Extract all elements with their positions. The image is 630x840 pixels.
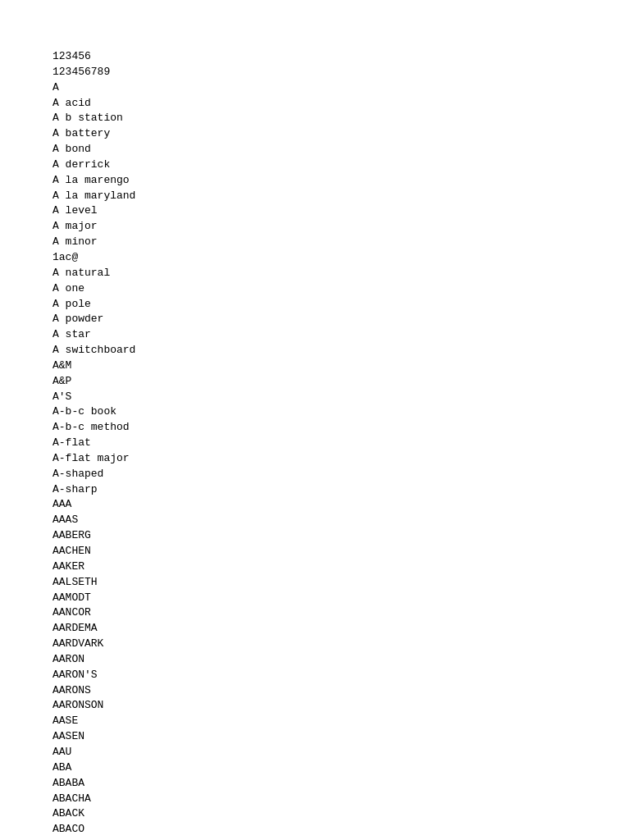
- list-item: A: [52, 80, 578, 96]
- list-item: ABACHA: [52, 792, 578, 807]
- list-item: AAU: [52, 745, 578, 760]
- list-item: A b station: [52, 111, 578, 126]
- list-item: A derrick: [52, 158, 578, 173]
- list-item: A pole: [52, 297, 578, 313]
- list-item: A-flat: [52, 436, 578, 451]
- list-item: AABERG: [52, 528, 578, 544]
- list-item: A acid: [52, 96, 578, 112]
- list-item: A major: [52, 219, 578, 235]
- list-item: AASE: [52, 714, 578, 729]
- list-item: AARONS: [52, 683, 578, 699]
- list-item: A battery: [52, 126, 578, 142]
- list-item: A-b-c book: [52, 404, 578, 420]
- list-item: A natural: [52, 266, 578, 281]
- list-item: AASEN: [52, 729, 578, 745]
- list-item: 123456789: [52, 65, 578, 80]
- list-item: A one: [52, 281, 578, 297]
- list-item: A la marengo: [52, 173, 578, 189]
- list-item: ABA: [52, 760, 578, 776]
- list-item: AAMODT: [52, 591, 578, 606]
- list-item: A-b-c method: [52, 420, 578, 436]
- list-item: A bond: [52, 142, 578, 158]
- list-item: 123456: [52, 49, 578, 65]
- list-item: A star: [52, 327, 578, 343]
- list-item: A-shaped: [52, 467, 578, 482]
- list-item: AAKER: [52, 559, 578, 575]
- list-item: AAAS: [52, 513, 578, 528]
- list-item: ABACO: [52, 822, 578, 838]
- list-item: AARDEMA: [52, 621, 578, 637]
- list-item: A-flat major: [52, 451, 578, 467]
- list-item: A powder: [52, 312, 578, 327]
- list-item: ABABA: [52, 776, 578, 792]
- list-item: ABACK: [52, 806, 578, 822]
- list-item: AARDVARK: [52, 637, 578, 652]
- list-item: A la maryland: [52, 189, 578, 204]
- list-item: A minor: [52, 235, 578, 250]
- list-item: AALSETH: [52, 575, 578, 591]
- list-item: A'S: [52, 390, 578, 405]
- list-item: A&M: [52, 358, 578, 374]
- list-item: 1ac@: [52, 250, 578, 266]
- list-item: AARONSON: [52, 698, 578, 714]
- list-item: A&P: [52, 374, 578, 390]
- word-list: 123456123456789AA acidA b stationA batte…: [52, 49, 578, 840]
- list-item: A-sharp: [52, 482, 578, 498]
- list-item: AARON: [52, 652, 578, 668]
- list-item: AANCOR: [52, 605, 578, 621]
- list-item: AAA: [52, 497, 578, 513]
- list-item: A switchboard: [52, 343, 578, 358]
- list-item: AARON'S: [52, 668, 578, 683]
- list-item: A level: [52, 203, 578, 219]
- list-item: AACHEN: [52, 544, 578, 559]
